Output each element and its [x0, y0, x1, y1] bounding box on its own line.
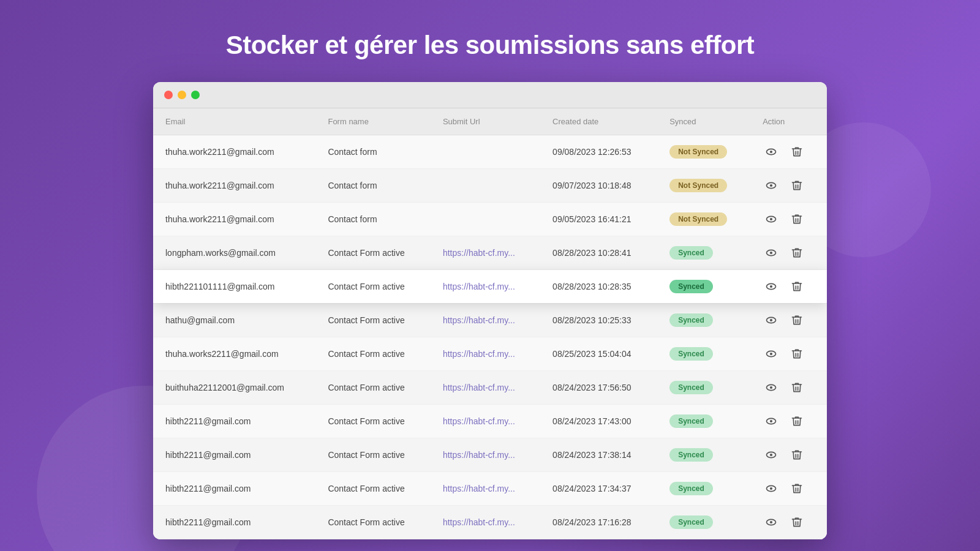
cell-submit-url[interactable]: https://habt-cf.my...	[431, 405, 540, 438]
cell-email: thuha.work2211@gmail.com	[153, 135, 315, 169]
cell-submit-url[interactable]: https://habt-cf.my...	[431, 371, 540, 405]
table-row: hibth221101111@gmail.comContact Form act…	[153, 270, 827, 304]
submit-url-link[interactable]: https://habt-cf.my...	[443, 282, 515, 291]
cell-email: hibth2211@gmail.com	[153, 472, 315, 506]
browser-window: Email Form name Submit Url Created date …	[153, 82, 827, 539]
table-row: buithuha22112001@gmail.comContact Form a…	[153, 371, 827, 405]
svg-point-1	[770, 151, 772, 153]
cell-submit-url[interactable]: https://habt-cf.my...	[431, 270, 540, 304]
submit-url-link[interactable]: https://habt-cf.my...	[443, 416, 515, 426]
traffic-light-yellow[interactable]	[178, 91, 186, 99]
cell-synced: Synced	[657, 438, 750, 472]
svg-point-3	[770, 184, 772, 187]
delete-icon[interactable]	[788, 312, 805, 329]
view-icon[interactable]	[763, 514, 780, 531]
svg-point-19	[770, 454, 772, 456]
cell-action	[750, 472, 827, 506]
cell-action	[750, 371, 827, 405]
submit-url-link[interactable]: https://habt-cf.my...	[443, 484, 515, 493]
svg-point-15	[770, 386, 772, 389]
view-icon[interactable]	[763, 413, 780, 430]
cell-synced: Synced	[657, 337, 750, 371]
cell-created-date: 08/28/2023 10:28:41	[540, 236, 657, 270]
cell-submit-url[interactable]: https://habt-cf.my...	[431, 236, 540, 270]
table-row: hibth2211@gmail.comContact Form activeht…	[153, 506, 827, 539]
view-icon[interactable]	[763, 312, 780, 329]
delete-icon[interactable]	[788, 177, 805, 194]
cell-synced: Synced	[657, 270, 750, 304]
traffic-light-red[interactable]	[164, 91, 173, 99]
table-row: thuha.work2211@gmail.comContact form09/0…	[153, 169, 827, 203]
traffic-light-green[interactable]	[191, 91, 200, 99]
cell-submit-url[interactable]: https://habt-cf.my...	[431, 506, 540, 539]
table-header-row: Email Form name Submit Url Created date …	[153, 108, 827, 135]
cell-synced: Synced	[657, 236, 750, 270]
cell-form-name: Contact Form active	[315, 236, 430, 270]
cell-synced: Synced	[657, 506, 750, 539]
cell-action	[750, 438, 827, 472]
cell-created-date: 08/24/2023 17:34:37	[540, 472, 657, 506]
cell-submit-url[interactable]: https://habt-cf.my...	[431, 472, 540, 506]
delete-icon[interactable]	[788, 345, 805, 362]
view-icon[interactable]	[763, 379, 780, 396]
submit-url-link[interactable]: https://habt-cf.my...	[443, 349, 515, 359]
submit-url-link[interactable]: https://habt-cf.my...	[443, 383, 515, 392]
view-icon[interactable]	[763, 480, 780, 497]
svg-point-21	[770, 487, 772, 490]
status-badge: Synced	[669, 482, 713, 495]
delete-icon[interactable]	[788, 278, 805, 295]
cell-action	[750, 169, 827, 203]
table-row: thuha.work2211@gmail.comContact form09/0…	[153, 203, 827, 236]
cell-action	[750, 203, 827, 236]
cell-submit-url[interactable]: https://habt-cf.my...	[431, 337, 540, 371]
table-row: longpham.works@gmail.comContact Form act…	[153, 236, 827, 270]
table-row: thuha.works2211@gmail.comContact Form ac…	[153, 337, 827, 371]
cell-submit-url	[431, 135, 540, 169]
col-synced: Synced	[657, 108, 750, 135]
table-row: hibth2211@gmail.comContact Form activeht…	[153, 405, 827, 438]
cell-action	[750, 135, 827, 169]
submit-url-link[interactable]: https://habt-cf.my...	[443, 450, 515, 460]
cell-submit-url	[431, 169, 540, 203]
table-row: hibth2211@gmail.comContact Form activeht…	[153, 472, 827, 506]
cell-form-name: Contact form	[315, 169, 430, 203]
cell-email: hibth2211@gmail.com	[153, 405, 315, 438]
cell-form-name: Contact Form active	[315, 337, 430, 371]
cell-submit-url[interactable]: https://habt-cf.my...	[431, 438, 540, 472]
cell-action	[750, 405, 827, 438]
delete-icon[interactable]	[788, 244, 805, 261]
cell-form-name: Contact Form active	[315, 405, 430, 438]
table-row: hathu@gmail.comContact Form activehttps:…	[153, 304, 827, 337]
view-icon[interactable]	[763, 345, 780, 362]
delete-icon[interactable]	[788, 143, 805, 160]
view-icon[interactable]	[763, 446, 780, 463]
delete-icon[interactable]	[788, 446, 805, 463]
cell-form-name: Contact Form active	[315, 438, 430, 472]
view-icon[interactable]	[763, 177, 780, 194]
submit-url-link[interactable]: https://habt-cf.my...	[443, 248, 515, 258]
cell-form-name: Contact Form active	[315, 371, 430, 405]
view-icon[interactable]	[763, 278, 780, 295]
cell-email: longpham.works@gmail.com	[153, 236, 315, 270]
cell-action	[750, 270, 827, 304]
delete-icon[interactable]	[788, 480, 805, 497]
status-badge: Synced	[669, 414, 713, 428]
view-icon[interactable]	[763, 244, 780, 261]
delete-icon[interactable]	[788, 211, 805, 228]
status-badge: Not Synced	[669, 179, 727, 192]
status-badge: Synced	[669, 313, 713, 327]
view-icon[interactable]	[763, 211, 780, 228]
cell-created-date: 08/24/2023 17:38:14	[540, 438, 657, 472]
cell-email: hibth2211@gmail.com	[153, 506, 315, 539]
delete-icon[interactable]	[788, 514, 805, 531]
cell-submit-url[interactable]: https://habt-cf.my...	[431, 304, 540, 337]
submit-url-link[interactable]: https://habt-cf.my...	[443, 315, 515, 325]
delete-icon[interactable]	[788, 413, 805, 430]
submit-url-link[interactable]: https://habt-cf.my...	[443, 517, 515, 527]
cell-created-date: 08/28/2023 10:28:35	[540, 270, 657, 304]
col-email: Email	[153, 108, 315, 135]
delete-icon[interactable]	[788, 379, 805, 396]
page-title: Stocker et gérer les soumissions sans ef…	[226, 31, 755, 60]
cell-synced: Synced	[657, 405, 750, 438]
view-icon[interactable]	[763, 143, 780, 160]
